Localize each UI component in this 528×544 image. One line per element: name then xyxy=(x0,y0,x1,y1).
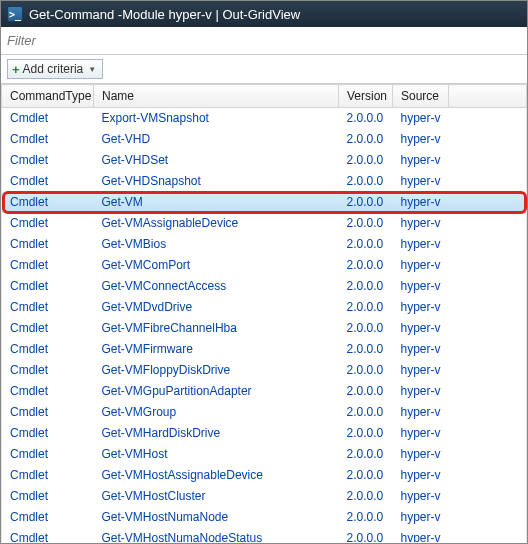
table-row[interactable]: CmdletGet-VHDSet2.0.0.0hyper-v xyxy=(2,150,527,171)
cell-pad xyxy=(449,129,527,150)
cell-version: 2.0.0.0 xyxy=(339,234,393,255)
cell-source: hyper-v xyxy=(393,444,449,465)
cell-pad xyxy=(449,318,527,339)
cell-pad xyxy=(449,171,527,192)
table-row[interactable]: CmdletGet-VMConnectAccess2.0.0.0hyper-v xyxy=(2,276,527,297)
table-row[interactable]: CmdletExport-VMSnapshot2.0.0.0hyper-v xyxy=(2,108,527,129)
cell-type: Cmdlet xyxy=(2,507,94,528)
cell-type: Cmdlet xyxy=(2,213,94,234)
table-row[interactable]: CmdletGet-VMBios2.0.0.0hyper-v xyxy=(2,234,527,255)
cell-pad xyxy=(449,402,527,423)
cell-name: Get-VMHostNumaNode xyxy=(94,507,339,528)
table-row[interactable]: CmdletGet-VMHostNumaNode2.0.0.0hyper-v xyxy=(2,507,527,528)
filter-input[interactable] xyxy=(7,31,521,50)
cell-name: Get-VHDSet xyxy=(94,150,339,171)
cell-pad xyxy=(449,528,527,543)
table-row[interactable]: CmdletGet-VMHardDiskDrive2.0.0.0hyper-v xyxy=(2,423,527,444)
table-row[interactable]: CmdletGet-VHDSnapshot2.0.0.0hyper-v xyxy=(2,171,527,192)
cell-name: Get-VMGpuPartitionAdapter xyxy=(94,381,339,402)
cell-version: 2.0.0.0 xyxy=(339,297,393,318)
cell-type: Cmdlet xyxy=(2,381,94,402)
cell-name: Get-VMHostCluster xyxy=(94,486,339,507)
cell-name: Get-VHD xyxy=(94,129,339,150)
cell-pad xyxy=(449,444,527,465)
cell-source: hyper-v xyxy=(393,255,449,276)
cell-name: Get-VMFirmware xyxy=(94,339,339,360)
cell-pad xyxy=(449,192,527,213)
cell-version: 2.0.0.0 xyxy=(339,444,393,465)
filter-bar xyxy=(1,27,527,55)
cell-version: 2.0.0.0 xyxy=(339,129,393,150)
cell-type: Cmdlet xyxy=(2,171,94,192)
cell-version: 2.0.0.0 xyxy=(339,423,393,444)
table-row[interactable]: CmdletGet-VMFibreChannelHba2.0.0.0hyper-… xyxy=(2,318,527,339)
cell-name: Get-VMConnectAccess xyxy=(94,276,339,297)
cell-version: 2.0.0.0 xyxy=(339,381,393,402)
cell-source: hyper-v xyxy=(393,402,449,423)
cell-type: Cmdlet xyxy=(2,234,94,255)
table-row[interactable]: CmdletGet-VMFirmware2.0.0.0hyper-v xyxy=(2,339,527,360)
cell-name: Get-VMFloppyDiskDrive xyxy=(94,360,339,381)
add-criteria-label: Add criteria xyxy=(23,62,84,76)
cell-pad xyxy=(449,381,527,402)
cell-source: hyper-v xyxy=(393,276,449,297)
table-row[interactable]: CmdletGet-VMComPort2.0.0.0hyper-v xyxy=(2,255,527,276)
cell-pad xyxy=(449,339,527,360)
cell-name: Get-VMBios xyxy=(94,234,339,255)
table-row[interactable]: CmdletGet-VMGpuPartitionAdapter2.0.0.0hy… xyxy=(2,381,527,402)
cell-source: hyper-v xyxy=(393,528,449,543)
table-row[interactable]: CmdletGet-VMHost2.0.0.0hyper-v xyxy=(2,444,527,465)
cell-pad xyxy=(449,465,527,486)
cell-name: Get-VHDSnapshot xyxy=(94,171,339,192)
table-row[interactable]: CmdletGet-VMFloppyDiskDrive2.0.0.0hyper-… xyxy=(2,360,527,381)
column-header-source[interactable]: Source xyxy=(393,85,449,108)
cell-type: Cmdlet xyxy=(2,192,94,213)
cell-type: Cmdlet xyxy=(2,318,94,339)
column-header-version[interactable]: Version xyxy=(339,85,393,108)
cell-type: Cmdlet xyxy=(2,423,94,444)
grid[interactable]: CommandType Name Version Source CmdletEx… xyxy=(1,84,527,542)
table-row[interactable]: CmdletGet-VMHostAssignableDevice2.0.0.0h… xyxy=(2,465,527,486)
cell-version: 2.0.0.0 xyxy=(339,465,393,486)
cell-version: 2.0.0.0 xyxy=(339,360,393,381)
table-row[interactable]: CmdletGet-VMDvdDrive2.0.0.0hyper-v xyxy=(2,297,527,318)
column-header-commandtype[interactable]: CommandType xyxy=(2,85,94,108)
cell-version: 2.0.0.0 xyxy=(339,171,393,192)
add-criteria-button[interactable]: + Add criteria ▼ xyxy=(7,59,103,79)
cell-version: 2.0.0.0 xyxy=(339,150,393,171)
cell-pad xyxy=(449,150,527,171)
cell-name: Get-VMHostAssignableDevice xyxy=(94,465,339,486)
cell-source: hyper-v xyxy=(393,381,449,402)
table-row[interactable]: CmdletGet-VMAssignableDevice2.0.0.0hyper… xyxy=(2,213,527,234)
cell-type: Cmdlet xyxy=(2,465,94,486)
table-row[interactable]: CmdletGet-VMHostNumaNodeStatus2.0.0.0hyp… xyxy=(2,528,527,543)
cell-type: Cmdlet xyxy=(2,150,94,171)
table-row[interactable]: CmdletGet-VHD2.0.0.0hyper-v xyxy=(2,129,527,150)
table-row[interactable]: CmdletGet-VM2.0.0.0hyper-v xyxy=(2,192,527,213)
cell-source: hyper-v xyxy=(393,213,449,234)
cell-source: hyper-v xyxy=(393,108,449,129)
cell-name: Get-VMComPort xyxy=(94,255,339,276)
cell-pad xyxy=(449,297,527,318)
cell-source: hyper-v xyxy=(393,234,449,255)
cell-source: hyper-v xyxy=(393,339,449,360)
cell-pad xyxy=(449,255,527,276)
cell-type: Cmdlet xyxy=(2,339,94,360)
cell-version: 2.0.0.0 xyxy=(339,108,393,129)
cell-type: Cmdlet xyxy=(2,276,94,297)
cell-type: Cmdlet xyxy=(2,486,94,507)
cell-pad xyxy=(449,486,527,507)
table-row[interactable]: CmdletGet-VMHostCluster2.0.0.0hyper-v xyxy=(2,486,527,507)
cell-type: Cmdlet xyxy=(2,297,94,318)
column-header-name[interactable]: Name xyxy=(94,85,339,108)
cell-source: hyper-v xyxy=(393,129,449,150)
cell-source: hyper-v xyxy=(393,465,449,486)
cell-type: Cmdlet xyxy=(2,402,94,423)
cell-version: 2.0.0.0 xyxy=(339,486,393,507)
cell-name: Get-VMDvdDrive xyxy=(94,297,339,318)
cell-pad xyxy=(449,507,527,528)
table-row[interactable]: CmdletGet-VMGroup2.0.0.0hyper-v xyxy=(2,402,527,423)
cell-name: Get-VMHost xyxy=(94,444,339,465)
cell-type: Cmdlet xyxy=(2,444,94,465)
cell-pad xyxy=(449,423,527,444)
